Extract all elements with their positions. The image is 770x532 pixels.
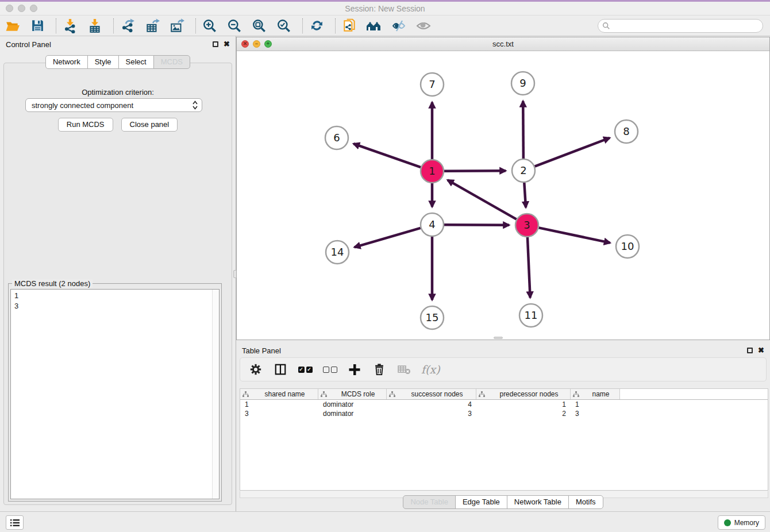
task-history-button[interactable] (6, 515, 24, 530)
cell-MCDS-role[interactable]: dominator (318, 409, 387, 418)
open-session-icon[interactable] (5, 18, 21, 34)
close-table-panel-icon[interactable]: ✖ (758, 348, 764, 353)
result-scrollbar[interactable] (212, 290, 219, 499)
export-network-icon[interactable] (120, 18, 136, 34)
node-6[interactable]: 6 (325, 126, 348, 149)
node-3[interactable]: 3 (515, 214, 538, 237)
node-9[interactable]: 9 (511, 72, 534, 95)
mcds-result-text[interactable]: 1 3 (10, 289, 220, 499)
table-row[interactable]: 1dominator411 (240, 400, 768, 409)
edge-4-14[interactable] (355, 228, 421, 247)
network-maximize-button[interactable]: + (264, 40, 272, 48)
edge-3-11[interactable] (528, 237, 530, 298)
tab-select[interactable]: Select (118, 55, 154, 69)
network-resize-handle[interactable] (494, 337, 503, 339)
function-builder-icon: f(x) (421, 363, 440, 376)
node-15[interactable]: 15 (421, 306, 444, 329)
tab-network[interactable]: Network (45, 55, 88, 69)
float-table-panel-icon[interactable] (747, 348, 753, 353)
zoom-in-icon[interactable] (202, 18, 218, 34)
export-image-icon[interactable] (169, 18, 185, 34)
node-8[interactable]: 8 (615, 120, 638, 143)
cell-MCDS-role[interactable]: dominator (318, 400, 387, 409)
node-7[interactable]: 7 (421, 73, 444, 96)
show-graphics-icon (415, 18, 432, 34)
network-window-titlebar[interactable]: ✕ − + scc.txt (237, 37, 769, 51)
node-1[interactable]: 1 (421, 160, 444, 183)
node-11[interactable]: 11 (519, 304, 542, 327)
svg-text:1: 1 (429, 165, 435, 177)
window-title: Session: New Session (0, 4, 770, 13)
node-4[interactable]: 4 (421, 213, 444, 236)
edge-2-9[interactable] (523, 101, 523, 159)
cell-successor-nodes[interactable]: 3 (387, 409, 476, 418)
table-header-row: shared nameMCDS rolesuccessor nodesprede… (240, 389, 768, 400)
zoom-out-icon[interactable] (226, 18, 242, 34)
column-header-shared-name[interactable]: shared name (240, 389, 318, 399)
refresh-icon[interactable] (309, 18, 325, 34)
cell-predecessor-nodes[interactable]: 1 (476, 400, 571, 409)
tab-style[interactable]: Style (87, 55, 119, 69)
select-all-rows-icon[interactable]: ✓ ✓ (298, 362, 313, 377)
table-panel-title: Table Panel (242, 346, 281, 355)
node-10[interactable]: 10 (616, 235, 639, 258)
clone-network-icon[interactable] (341, 18, 357, 34)
cell-successor-nodes[interactable]: 4 (387, 400, 476, 409)
svg-text:3: 3 (523, 219, 530, 231)
network-minimize-button[interactable]: − (253, 40, 260, 48)
network-view-window: ✕ − + scc.txt 7968124314101511 (236, 37, 770, 340)
import-table-icon[interactable] (87, 18, 103, 34)
cell-predecessor-nodes[interactable]: 2 (476, 409, 571, 418)
close-panel-button[interactable]: Close panel (121, 118, 178, 132)
cell-shared-name[interactable]: 3 (240, 409, 318, 418)
edge-3-1[interactable] (448, 180, 517, 219)
svg-text:6: 6 (333, 132, 340, 144)
search-input[interactable] (613, 22, 750, 30)
mcds-result-title: MCDS result (2 nodes) (12, 279, 93, 288)
node-2[interactable]: 2 (512, 159, 535, 182)
add-column-icon[interactable] (347, 362, 362, 377)
edge-1-6[interactable] (353, 144, 421, 167)
hide-graphics-icon[interactable] (391, 18, 407, 34)
edge-2-8[interactable] (535, 138, 610, 167)
save-session-icon[interactable] (29, 18, 45, 34)
edge-1-2[interactable] (444, 171, 506, 171)
tab-network-table[interactable]: Network Table (507, 495, 569, 509)
memory-button[interactable]: Memory (718, 515, 765, 530)
network-canvas[interactable]: 7968124314101511 (237, 51, 769, 340)
delete-column-icon[interactable] (372, 362, 387, 377)
tab-edge-table[interactable]: Edge Table (455, 495, 507, 509)
first-neighbors-icon[interactable] (366, 18, 382, 34)
cell-shared-name[interactable]: 1 (240, 400, 318, 409)
edge-4-3[interactable] (444, 225, 509, 225)
node-table[interactable]: shared nameMCDS rolesuccessor nodesprede… (240, 388, 768, 491)
edge-3-10[interactable] (539, 228, 610, 242)
zoom-fit-icon[interactable] (251, 18, 267, 34)
search-field[interactable] (598, 19, 763, 33)
close-panel-icon[interactable]: ✖ (224, 41, 230, 47)
tab-mcds[interactable]: MCDS (153, 55, 190, 69)
edge-2-3[interactable] (524, 183, 526, 207)
float-panel-icon[interactable] (213, 41, 218, 47)
optimization-criterion-dropdown[interactable]: strongly connected component (25, 98, 202, 112)
cell-name[interactable]: 1 (571, 400, 620, 409)
zoom-selected-icon[interactable] (276, 18, 292, 34)
deselect-all-rows-icon[interactable] (322, 362, 337, 377)
column-visibility-icon[interactable] (273, 362, 288, 377)
column-header-successor-nodes[interactable]: successor nodes (387, 389, 476, 399)
control-panel: Control Panel ✖ NetworkStyleSelectMCDS O… (0, 36, 236, 511)
table-row[interactable]: 3dominator323 (240, 409, 768, 418)
search-icon (602, 22, 610, 30)
column-header-predecessor-nodes[interactable]: predecessor nodes (476, 389, 571, 399)
table-settings-gear-icon[interactable] (248, 362, 263, 377)
export-table-icon[interactable] (144, 18, 160, 34)
cell-name[interactable]: 3 (571, 409, 620, 418)
column-header-name[interactable]: name (571, 389, 620, 399)
run-mcds-button[interactable]: Run MCDS (58, 118, 113, 132)
import-network-icon[interactable] (62, 18, 78, 34)
tab-node-table[interactable]: Node Table (403, 495, 456, 509)
network-close-button[interactable]: ✕ (241, 40, 249, 48)
column-header-MCDS-role[interactable]: MCDS role (318, 389, 387, 399)
node-14[interactable]: 14 (326, 241, 349, 264)
tab-motifs[interactable]: Motifs (568, 495, 603, 509)
